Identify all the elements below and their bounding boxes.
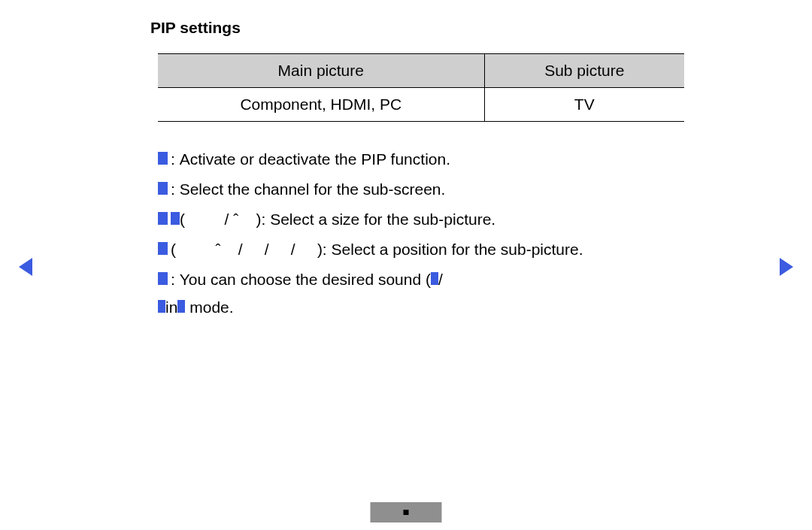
- size-open: (: [180, 204, 185, 235]
- position-text: ): Select a position for the sub-picture…: [317, 235, 583, 265]
- table-row: Component, HDMI, PC TV: [158, 88, 684, 122]
- pip-table: Main picture Sub picture Component, HDMI…: [158, 53, 684, 122]
- placeholder-icon: [177, 300, 185, 313]
- line-channel: : Select the channel for the sub-screen.: [158, 174, 707, 204]
- bullet-icon: [158, 242, 168, 255]
- text-pip-toggle: Activate or deactivate the PIP function.: [180, 144, 450, 174]
- colon: :: [171, 265, 180, 295]
- position-open: (: [171, 235, 176, 265]
- position-mid: ˆ / / /: [176, 235, 317, 265]
- sound-in: in: [165, 294, 177, 321]
- placeholder-icon: [431, 272, 438, 285]
- table-header-row: Main picture Sub picture: [158, 54, 684, 88]
- footer-dot-icon: [404, 510, 409, 515]
- colon: :: [171, 144, 180, 174]
- next-page-button[interactable]: [780, 258, 793, 276]
- prev-page-button[interactable]: [19, 258, 32, 276]
- bullet-icon: [158, 182, 168, 195]
- bullet-icon: [158, 212, 168, 225]
- bullet-icon: [158, 152, 168, 165]
- cell-main-picture: Component, HDMI, PC: [158, 88, 484, 122]
- description-list: : Activate or deactivate the PIP functio…: [158, 144, 707, 321]
- placeholder-icon: [158, 300, 165, 313]
- colon: :: [171, 174, 180, 204]
- sound-text-a: You can choose the desired sound (: [180, 265, 431, 295]
- line-pip-toggle: : Activate or deactivate the PIP functio…: [158, 144, 707, 174]
- header-sub-picture: Sub picture: [484, 54, 684, 88]
- line-sound-cont: in mode.: [158, 294, 707, 321]
- bullet-icon: [158, 272, 168, 285]
- text-channel: Select the channel for the sub-screen.: [180, 174, 446, 204]
- page-title: PIP settings: [150, 19, 707, 37]
- sound-slash: /: [438, 265, 443, 295]
- line-size: ( / ˆ ): Select a size for the sub-pictu…: [158, 204, 707, 235]
- size-text: ): Select a size for the sub-picture.: [256, 204, 496, 235]
- footer-indicator: [371, 502, 442, 522]
- placeholder-icon: [171, 212, 180, 225]
- size-sep: / ˆ: [185, 204, 256, 235]
- header-main-picture: Main picture: [158, 54, 484, 88]
- cell-sub-picture: TV: [484, 88, 684, 122]
- line-position: ( ˆ / / / ): Select a position for the s…: [158, 235, 707, 265]
- sound-mode: mode.: [189, 294, 233, 321]
- line-sound: : You can choose the desired sound ( /: [158, 265, 707, 295]
